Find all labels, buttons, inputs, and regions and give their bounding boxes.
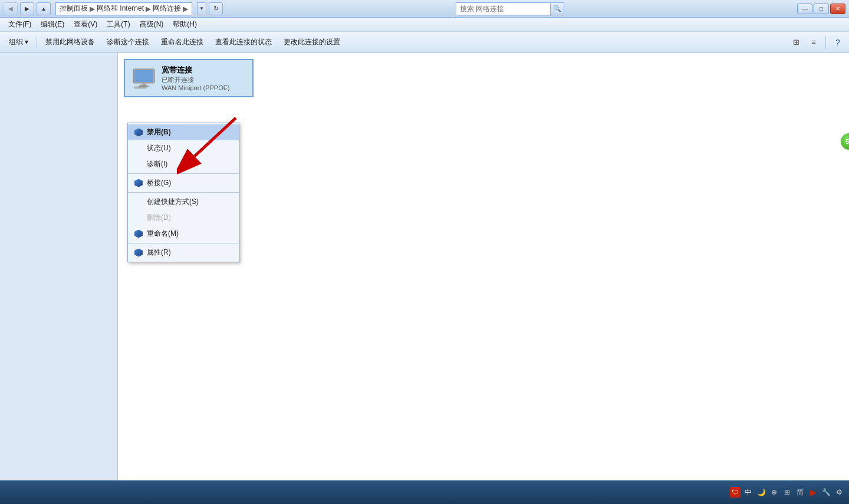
change-settings-button[interactable]: 更改此连接的设置 [278,34,345,51]
green-badge[interactable]: 59 [841,133,849,150]
ctx-delete-icon [134,213,143,223]
window-controls: — □ ✕ [797,4,845,14]
connection-name: 宽带连接 [162,65,230,75]
connection-type: WAN Miniport (PPPOE) [162,84,230,91]
context-menu: 禁用(B) 状态(U) 诊断(I) 桥接(G) [127,123,239,262]
ctx-disable[interactable]: 禁用(B) [128,124,239,140]
toolbar-separator-1 [37,36,37,49]
forward-button[interactable]: ▶ [20,2,34,15]
ctx-sep-1 [128,173,239,174]
svg-rect-1 [134,70,153,82]
tray-icon-moon[interactable]: 🌙 [756,487,766,498]
left-panel [0,53,118,492]
disable-button[interactable]: 禁用此网络设备 [40,34,100,51]
address-path: 控制面板 ▶ 网络和 Internet ▶ 网络连接 ▶ [60,4,188,14]
view-list-button[interactable]: ≡ [806,35,821,50]
shield-icon-properties [134,248,143,258]
content-area: 宽带连接 已断开连接 WAN Miniport (PPPOE) 禁用(B) 状态… [118,53,849,492]
path-sep-1: ▶ [90,5,95,13]
ctx-shortcut-icon [134,197,143,207]
ctx-diagnose[interactable]: 诊断(I) [128,156,239,172]
ctx-shortcut[interactable]: 创建快捷方式(S) [128,194,239,210]
tray-icon-tools[interactable]: 🔧 [821,487,831,498]
tray-icon-cjk[interactable]: 简 [795,487,805,498]
ctx-bridge[interactable]: 桥接(G) [128,175,239,191]
organize-button[interactable]: 组织 ▾ [4,34,34,51]
toolbar: 组织 ▾ 禁用此网络设备 诊断这个连接 重命名此连接 查看此连接的状态 更改此连… [0,32,849,53]
address-bar: 控制面板 ▶ 网络和 Internet ▶ 网络连接 ▶ [55,2,192,15]
menu-advanced[interactable]: 高级(N) [135,18,169,31]
path-connections[interactable]: 网络连接 [153,4,181,14]
ctx-sep-2 [128,192,239,193]
monitor-icon [132,68,156,89]
ctx-sep-3 [128,243,239,243]
rename-button[interactable]: 重命名此连接 [156,34,209,51]
refresh-button[interactable]: ↻ [209,2,223,15]
path-network[interactable]: 网络和 Internet [97,4,144,14]
path-controlpanel[interactable]: 控制面板 [60,4,88,14]
path-sep-3: ▶ [183,5,188,13]
ctx-status[interactable]: 状态(U) [128,140,239,156]
tray-icon-network[interactable]: ⊕ [769,487,779,498]
search-button[interactable]: 🔍 [550,2,564,15]
tray-icon-gear[interactable]: ⚙ [834,487,844,498]
menu-bar: 文件(F) 编辑(E) 查看(V) 工具(T) 高级(N) 帮助(H) [0,18,849,32]
title-bar: ◀ ▶ ▲ 控制面板 ▶ 网络和 Internet ▶ 网络连接 ▶ ▼ ↻ 🔍… [0,0,849,18]
ctx-rename[interactable]: 重命名(M) [128,226,239,242]
toolbar-right: ⊞ ≡ ? [788,35,845,50]
path-sep-2: ▶ [146,5,151,13]
title-bar-left: ◀ ▶ ▲ 控制面板 ▶ 网络和 Internet ▶ 网络连接 ▶ ▼ ↻ [4,2,223,15]
main-area: 宽带连接 已断开连接 WAN Miniport (PPPOE) 禁用(B) 状态… [0,53,849,492]
shield-icon-bridge [134,179,143,188]
maximize-button[interactable]: □ [814,4,829,14]
view-toggle-button[interactable]: ⊞ [788,35,804,50]
svg-rect-4 [134,87,146,88]
connection-status: 已断开连接 [162,75,230,84]
svg-rect-3 [139,85,149,87]
ctx-diagnose-icon [134,160,143,169]
diagnose-button[interactable]: 诊断这个连接 [101,34,154,51]
tray-icon-security[interactable]: 🛡 [730,487,741,498]
tray-icon-zh[interactable]: 中 [743,487,753,498]
svg-rect-2 [142,83,146,85]
search-input[interactable] [456,2,550,15]
shield-icon-rename [134,229,143,239]
tray-icon-play[interactable]: ▶ [808,487,818,498]
help-button[interactable]: ? [830,35,845,50]
menu-file[interactable]: 文件(F) [4,18,36,31]
connection-icon [132,68,156,89]
menu-view[interactable]: 查看(V) [69,18,102,31]
menu-edit[interactable]: 编辑(E) [36,18,69,31]
menu-help[interactable]: 帮助(H) [168,18,202,31]
taskbar: 🛡 中 🌙 ⊕ ⊞ 简 ▶ 🔧 ⚙ [0,480,849,504]
address-dropdown[interactable]: ▼ [197,2,206,15]
connection-info: 宽带连接 已断开连接 WAN Miniport (PPPOE) [162,65,230,91]
minimize-button[interactable]: — [797,4,812,14]
menu-tools[interactable]: 工具(T) [102,18,134,31]
ctx-properties[interactable]: 属性(R) [128,245,239,261]
shield-icon-disable [134,128,143,137]
ctx-status-icon [134,144,143,153]
back-button[interactable]: ◀ [4,2,18,15]
ctx-delete: 删除(D) [128,210,239,226]
search-area: 🔍 [456,2,564,15]
connection-item-broadband[interactable]: 宽带连接 已断开连接 WAN Miniport (PPPOE) [124,59,254,97]
close-button[interactable]: ✕ [830,4,845,14]
up-button[interactable]: ▲ [37,2,51,15]
tray-icon-grid[interactable]: ⊞ [782,487,792,498]
toolbar-separator-2 [825,36,826,49]
status-button[interactable]: 查看此连接的状态 [210,34,277,51]
